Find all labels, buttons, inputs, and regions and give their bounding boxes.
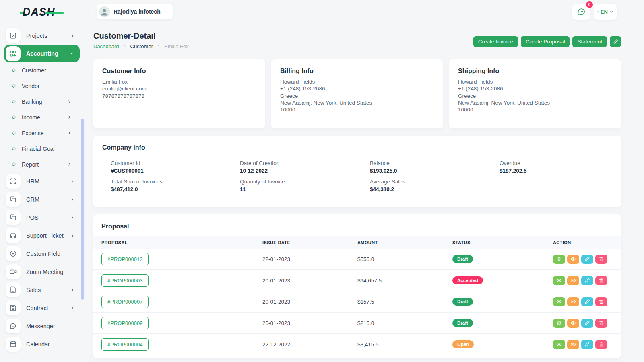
view-button[interactable]: [553, 340, 565, 349]
statement-button[interactable]: Statement: [572, 36, 607, 47]
col-action: ACTION: [553, 240, 621, 245]
sidebar-subitem-banking[interactable]: Banking: [0, 94, 85, 109]
edit-customer-button[interactable]: [610, 36, 621, 47]
table-header: PROPOSAL ISSUE DATE AMOUNT STATUS ACTION: [93, 236, 621, 249]
delete-button[interactable]: [595, 319, 607, 328]
delete-button[interactable]: [595, 255, 607, 264]
view-button[interactable]: [553, 297, 565, 306]
bullet-icon: [11, 83, 17, 88]
pencil-icon: [584, 299, 590, 304]
table-row: #PROP000004 22-12-2022 $3,415.5 Open: [93, 334, 621, 355]
trash-icon: [599, 320, 604, 326]
sidebar-item-contract[interactable]: Contract: [0, 299, 85, 317]
table-row: #PROP000003 20-01-2023 $94,657.5 Accepte…: [93, 270, 621, 291]
table-row: #PROP000009 20-01-2023 $210.0 Draft: [93, 313, 621, 334]
edit-button[interactable]: [581, 276, 593, 285]
company-selector[interactable]: Rajodiya infotech: [97, 4, 173, 19]
card-title: Shipping Info: [458, 68, 612, 75]
preview-button[interactable]: [567, 297, 579, 306]
col-issue-date: ISSUE DATE: [262, 240, 357, 245]
create-invoice-button[interactable]: Create Invoice: [473, 36, 518, 47]
eye-icon: [570, 278, 576, 283]
sidebar-subitem-finacial-goal[interactable]: Finacial Goal: [0, 141, 85, 156]
page-title: Customer-Detail: [93, 31, 189, 41]
convert-button[interactable]: [553, 319, 565, 328]
sidebar-subitem-report[interactable]: Report: [0, 156, 85, 172]
shipping-name: Howard Fields: [458, 78, 612, 85]
chevron-right-icon: [70, 233, 75, 238]
bullet-icon: [11, 115, 17, 120]
view-button[interactable]: [553, 255, 565, 264]
bullet-icon: [11, 99, 17, 104]
field-customer-id: Customer Id #CUST00001: [111, 160, 240, 174]
delete-button[interactable]: [595, 276, 607, 285]
sidebar-item-calendar[interactable]: Calendar: [0, 335, 85, 353]
sidebar-item-support-ticket[interactable]: Support Ticket: [0, 226, 85, 245]
sidebar-item-pos[interactable]: POS: [0, 208, 85, 226]
messages-button[interactable]: 0: [572, 4, 590, 20]
sidebar-item-crm[interactable]: CRM: [0, 190, 85, 208]
edit-button[interactable]: [581, 319, 593, 328]
proposal-link[interactable]: #PROP000007: [101, 296, 149, 308]
bullet-icon: [11, 162, 17, 167]
breadcrumb-customer[interactable]: Customer: [130, 43, 153, 49]
eye-icon: [570, 320, 576, 326]
chevron-right-icon: [123, 43, 127, 49]
chevron-right-icon: [70, 215, 75, 220]
create-proposal-button[interactable]: Create Proposal: [521, 36, 570, 47]
chevron-right-icon: [70, 306, 75, 311]
proposal-link[interactable]: #PROP000004: [101, 338, 149, 351]
billing-phone: +1 (248) 153-2086: [280, 85, 434, 92]
sidebar-item-hrm[interactable]: HRM: [0, 172, 85, 190]
billing-info-card: Billing Info Howard Fields +1 (248) 153-…: [271, 59, 443, 128]
trash-icon: [599, 341, 604, 347]
preview-button[interactable]: [567, 255, 579, 264]
sidebar-item-messenger[interactable]: Messenger: [0, 317, 85, 335]
sidebar-subitem-expense[interactable]: Expense: [0, 125, 85, 141]
breadcrumb-dashboard[interactable]: Dashboard: [93, 43, 119, 49]
sidebar-subitem-vendor[interactable]: Vendor: [0, 78, 85, 94]
sidebar-subitem-customer[interactable]: Customer: [0, 62, 85, 78]
preview-button[interactable]: [567, 276, 579, 285]
sidebar-scrollbar[interactable]: [81, 119, 84, 300]
view-button[interactable]: [553, 276, 565, 285]
customer-info-card: Customer Info Emilia Fox emilia@client.c…: [93, 59, 265, 128]
pencil-icon: [613, 39, 618, 44]
app-logo[interactable]: DASH: [23, 6, 67, 19]
sidebar-subitem-income[interactable]: Income: [0, 109, 85, 125]
language-selector[interactable]: EN: [594, 4, 617, 20]
sidebar-item-projects[interactable]: Projects: [0, 27, 85, 45]
eye-icon: [556, 299, 562, 304]
preview-button[interactable]: [567, 319, 579, 328]
customer-name: Emilia Fox: [102, 78, 256, 85]
calendar-icon: [6, 337, 21, 352]
chevron-right-icon: [70, 197, 75, 202]
pencil-icon: [584, 320, 590, 326]
sidebar-item-sales[interactable]: Sales: [0, 281, 85, 299]
sidebar-item-custom-field[interactable]: Custom Field: [0, 245, 85, 263]
status-badge: Open: [452, 340, 474, 348]
sidebar-item-accounting[interactable]: Accounting: [4, 45, 80, 62]
breadcrumb-current: Emilia Fox: [164, 43, 189, 49]
eye-icon: [570, 299, 576, 304]
delete-button[interactable]: [595, 340, 607, 349]
chevron-right-icon: [67, 162, 72, 167]
shipping-phone: +1 (248) 153-2086: [458, 85, 612, 92]
status-badge: Draft: [452, 319, 473, 327]
preview-button[interactable]: [567, 340, 579, 349]
proposal-link[interactable]: #PROP000013: [101, 253, 149, 265]
bullet-icon: [11, 146, 17, 151]
proposal-link[interactable]: #PROP000003: [101, 274, 149, 287]
sidebar-item-zoom-meeting[interactable]: Zoom Meeting: [0, 263, 85, 281]
amount: $3,415.5: [357, 341, 452, 348]
field-average-sales: Average Sales $44,310.2: [370, 179, 500, 192]
edit-button[interactable]: [581, 340, 593, 349]
logo-dash-accent: [46, 12, 64, 14]
delete-button[interactable]: [595, 297, 607, 306]
edit-button[interactable]: [581, 297, 593, 306]
proposal-link[interactable]: #PROP000009: [101, 317, 149, 329]
trash-icon: [599, 278, 604, 283]
pencil-icon: [584, 256, 590, 262]
chevron-right-icon: [70, 33, 75, 38]
edit-button[interactable]: [581, 255, 593, 264]
